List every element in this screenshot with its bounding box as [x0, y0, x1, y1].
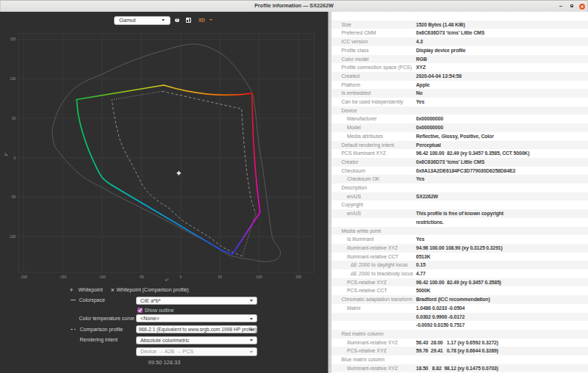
svg-text:50: 50	[12, 117, 16, 120]
svg-text:-50: -50	[11, 195, 16, 199]
svg-text:50: 50	[218, 275, 223, 279]
svg-text:-50: -50	[139, 275, 144, 279]
svg-text:-150: -150	[60, 275, 67, 279]
svg-text:0: 0	[179, 275, 182, 279]
svg-text:-100: -100	[98, 275, 106, 279]
svg-text:0: 0	[14, 156, 16, 160]
svg-text:150: 150	[10, 37, 15, 41]
svg-text:a*: a*	[165, 278, 169, 282]
svg-text:-200: -200	[20, 275, 27, 279]
svg-text:150: 150	[295, 275, 301, 279]
svg-text:-100: -100	[9, 235, 16, 239]
svg-text:100: 100	[10, 77, 15, 81]
svg-text:100: 100	[257, 275, 262, 279]
svg-text:b*: b*	[4, 153, 8, 156]
